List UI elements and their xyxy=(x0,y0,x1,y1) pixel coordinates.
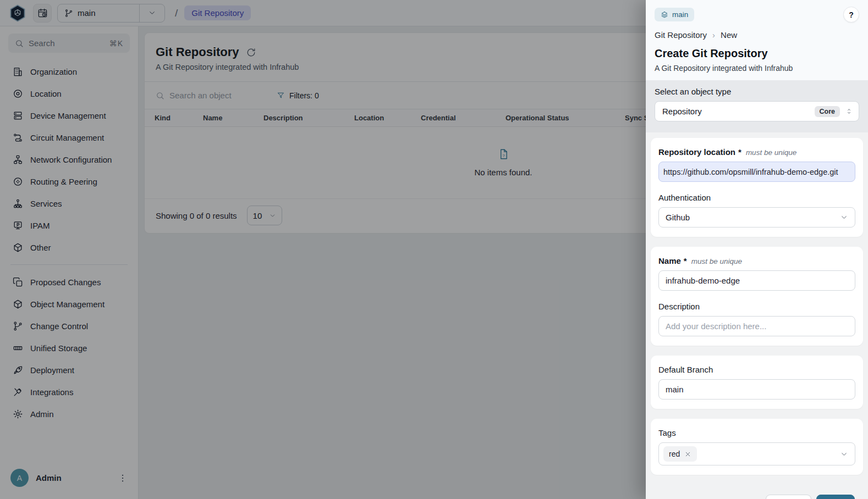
required-marker: * xyxy=(738,147,741,157)
object-type-value: Repository xyxy=(662,107,815,116)
panel-actions: Cancel Save xyxy=(651,485,863,499)
form-card-tags: Tags red xyxy=(651,419,863,475)
chevron-down-icon xyxy=(840,450,848,458)
authentication-select[interactable]: Github xyxy=(658,207,855,228)
tag-label: red xyxy=(669,450,680,458)
object-type-label: Select an object type xyxy=(655,87,859,96)
panel-subtitle: A Git Repository integrated with Infrahu… xyxy=(655,64,859,73)
field-label: Default Branch xyxy=(658,365,713,374)
field-label: Description xyxy=(658,302,700,311)
tags-select[interactable]: red xyxy=(658,442,855,465)
form-card-name-description: Name * must be unique Description xyxy=(651,247,863,346)
save-button[interactable]: Save xyxy=(816,495,855,499)
branch-badge-label: main xyxy=(672,10,688,19)
panel-breadcrumb: Git Repository › New xyxy=(655,30,859,40)
help-button[interactable]: ? xyxy=(843,7,859,23)
branch-badge: main xyxy=(655,8,694,21)
close-icon[interactable] xyxy=(684,451,691,458)
object-type-select[interactable]: Repository Core xyxy=(655,101,859,121)
panel-header: main ? Git Repository › New Create Git R… xyxy=(646,0,868,80)
panel-form: Repository location * must be unique Aut… xyxy=(646,132,868,499)
description-input[interactable] xyxy=(658,316,855,336)
chevron-down-icon xyxy=(840,213,848,221)
required-marker: * xyxy=(684,256,687,265)
cancel-button[interactable]: Cancel xyxy=(766,495,811,499)
field-label: Authentication xyxy=(658,193,711,202)
breadcrumb-parent[interactable]: Git Repository xyxy=(655,30,707,40)
default-branch-input[interactable] xyxy=(658,379,855,400)
unique-hint: must be unique xyxy=(691,257,742,265)
chevrons-up-down-icon xyxy=(845,107,853,115)
name-input[interactable] xyxy=(658,270,855,291)
breadcrumb-current: New xyxy=(721,30,737,40)
field-label: Repository location xyxy=(658,147,735,157)
panel-title: Create Git Repository xyxy=(655,47,859,60)
create-git-repository-panel: main ? Git Repository › New Create Git R… xyxy=(646,0,868,499)
field-label: Name xyxy=(658,256,681,265)
field-label: Tags xyxy=(658,428,676,437)
object-type-section: Select an object type Repository Core xyxy=(646,80,868,132)
layers-icon xyxy=(661,11,668,19)
authentication-value: Github xyxy=(666,213,840,222)
tag-chip-red: red xyxy=(663,446,697,462)
form-card-default-branch: Default Branch xyxy=(651,356,863,409)
form-card-location-auth: Repository location * must be unique Aut… xyxy=(651,138,863,237)
core-badge: Core xyxy=(815,106,840,117)
breadcrumb-chevron: › xyxy=(712,30,715,40)
app-root: main / Git Repository Search ⌘K Organiza… xyxy=(0,0,868,499)
unique-hint: must be unique xyxy=(746,148,796,157)
repository-location-input[interactable] xyxy=(658,162,855,182)
